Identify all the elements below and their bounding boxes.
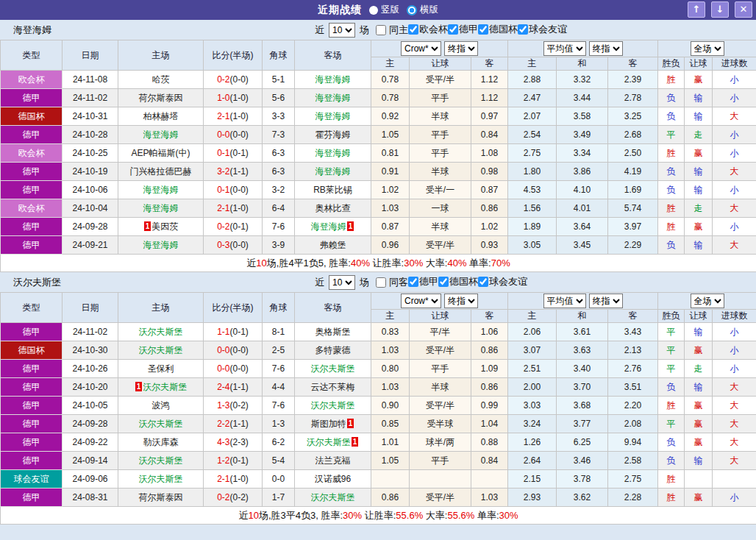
recent-count-select[interactable]: 10 bbox=[329, 275, 355, 290]
type-badge: 德甲 bbox=[1, 360, 63, 378]
league-checkbox[interactable] bbox=[448, 24, 458, 35]
team-name-text: 弗赖堡 bbox=[320, 240, 346, 250]
result-goals: 小 bbox=[713, 71, 756, 89]
table-row: 德甲24-09-14沃尔夫斯堡1-2(0-1)5-4法兰克福1.05平手0.84… bbox=[1, 452, 756, 470]
odds-home: 1.01 bbox=[371, 433, 410, 452]
league-filter[interactable]: 德甲 bbox=[448, 23, 478, 36]
league-filter[interactable]: 球会友谊 bbox=[478, 275, 527, 288]
table-row: 德甲24-09-22勒沃库森4-3(2-3)6-2沃尔夫斯堡11.01球半/两0… bbox=[1, 433, 756, 452]
home-team: 海登海姆 bbox=[118, 181, 204, 199]
avg-home: 2.06 bbox=[508, 323, 557, 341]
type-badge: 德甲 bbox=[1, 452, 63, 470]
avg-home: 2.88 bbox=[508, 71, 557, 89]
avg-away: 3.25 bbox=[608, 107, 658, 126]
same-venue-checkbox[interactable] bbox=[376, 277, 386, 288]
score-cell: 0-0(0-0) bbox=[204, 360, 263, 378]
league-checkbox[interactable] bbox=[518, 24, 528, 35]
away-team: 沃尔夫斯堡 bbox=[295, 360, 371, 378]
avg-final-select[interactable]: 终指 bbox=[589, 41, 623, 56]
summary-segment: 让胜率: bbox=[362, 510, 396, 521]
avg-final-select[interactable]: 终指 bbox=[589, 294, 623, 308]
handicap-line: 受平/半 bbox=[410, 397, 471, 415]
same-venue-checkbox[interactable] bbox=[376, 25, 386, 35]
score-fulltime: 0-2 bbox=[217, 221, 229, 232]
summary-segment: 单率: bbox=[474, 510, 499, 521]
team-section: 沃尔夫斯堡 近 10 场 同客 德甲德国杯球会友谊 类型 bbox=[0, 272, 756, 525]
bookmaker-select[interactable]: Crow* bbox=[401, 41, 441, 56]
league-filter[interactable]: 德甲 bbox=[408, 275, 438, 288]
league-checkbox[interactable] bbox=[408, 24, 418, 35]
col-header-avg-home: 主 bbox=[508, 310, 557, 323]
radio-icon[interactable] bbox=[369, 6, 378, 15]
team-name-text: 波鸿 bbox=[152, 400, 170, 411]
move-up-button[interactable]: ↑ bbox=[688, 1, 705, 18]
col-header-away: 客场 bbox=[295, 40, 371, 71]
league-label: 欧会杯 bbox=[419, 23, 448, 36]
away-team: 沃尔夫斯堡 bbox=[295, 397, 371, 415]
layout-radio-vertical[interactable]: 竖版 bbox=[369, 4, 399, 16]
home-team: 圣保利 bbox=[118, 360, 204, 378]
summary-segment: 大率: bbox=[423, 510, 447, 521]
odds-home: 0.81 bbox=[371, 144, 410, 163]
score-fulltime: 0-1 bbox=[217, 185, 229, 195]
match-date: 24-11-02 bbox=[63, 89, 118, 107]
result-handicap: 走 bbox=[685, 199, 713, 218]
move-down-button[interactable]: ↓ bbox=[711, 1, 729, 18]
col-header-home: 主场 bbox=[118, 40, 204, 71]
summary-segment: 10 bbox=[256, 257, 266, 269]
layout-radio-horizontal[interactable]: 横版 bbox=[407, 4, 438, 16]
score-halftime: (0-0) bbox=[230, 345, 249, 355]
team-name-text: 沃尔夫斯堡 bbox=[139, 419, 183, 429]
table-row: 欧会杯24-11-08哈茨0-2(0-0)5-1海登海姆0.78受平/半1.12… bbox=[1, 71, 756, 89]
type-badge: 德甲 bbox=[1, 433, 63, 452]
result-handicap: 输 bbox=[685, 452, 713, 470]
col-header-odds-home: 主 bbox=[371, 57, 410, 71]
league-checkbox[interactable] bbox=[438, 277, 449, 287]
average-select[interactable]: 平均值 bbox=[543, 294, 586, 308]
bookmaker-select[interactable]: Crow* bbox=[401, 294, 441, 308]
avg-away: 1.69 bbox=[608, 181, 658, 199]
avg-away: 3.97 bbox=[608, 218, 658, 236]
col-header-result-goals: 进球数 bbox=[713, 57, 756, 71]
fulltime-select[interactable]: 全场 bbox=[691, 41, 724, 56]
avg-draw: 3.63 bbox=[557, 341, 608, 360]
same-venue-filter[interactable]: 同主 bbox=[371, 24, 408, 37]
fulltime-select[interactable]: 全场 bbox=[691, 294, 724, 308]
final-odds-select[interactable]: 终指 bbox=[444, 41, 478, 56]
odds-away: 1.02 bbox=[471, 218, 508, 236]
odds-home: 0.78 bbox=[371, 89, 410, 107]
odds-away: 0.87 bbox=[471, 181, 508, 199]
summary-segment: 近 bbox=[238, 510, 248, 521]
league-filter[interactable]: 德国杯 bbox=[438, 275, 478, 288]
league-filter[interactable]: 欧会杯 bbox=[408, 23, 448, 36]
corner-score: 7-6 bbox=[263, 218, 295, 236]
result-handicap: 赢 bbox=[685, 415, 713, 433]
radio-checked-icon[interactable] bbox=[407, 5, 417, 15]
match-date: 24-10-30 bbox=[63, 341, 118, 360]
league-checkbox[interactable] bbox=[408, 277, 418, 287]
team-name-text: 沃尔夫斯堡 bbox=[311, 363, 355, 374]
avg-draw: 3.70 bbox=[557, 378, 608, 397]
odds-away: 0.99 bbox=[471, 397, 508, 415]
titlebar-buttons: ↑ ↓ ✕ bbox=[688, 1, 752, 18]
score-halftime: (0-1) bbox=[230, 327, 249, 337]
home-team: 荷尔斯泰因 bbox=[118, 489, 204, 507]
close-button[interactable]: ✕ bbox=[735, 1, 752, 18]
same-venue-filter[interactable]: 同客 bbox=[371, 276, 408, 289]
odds-away: 0.84 bbox=[471, 126, 508, 144]
league-checkbox[interactable] bbox=[478, 24, 488, 35]
radio-label-text: 横版 bbox=[420, 4, 438, 16]
summary-segment: 55.6% bbox=[447, 510, 474, 521]
home-team: 波鸿 bbox=[118, 397, 204, 415]
odds-away: 1.03 bbox=[471, 489, 508, 507]
average-select[interactable]: 平均值 bbox=[543, 41, 586, 56]
league-filter[interactable]: 球会友谊 bbox=[518, 23, 567, 36]
result-handicap: 输 bbox=[685, 181, 713, 199]
result-goals: 大 bbox=[713, 415, 756, 433]
league-filter[interactable]: 德国杯 bbox=[478, 23, 518, 36]
summary-segment: 单率: bbox=[466, 257, 491, 269]
recent-count-select[interactable]: 10 bbox=[329, 23, 355, 38]
league-checkbox[interactable] bbox=[478, 277, 488, 287]
summary-segment: 场,胜4平1负5, 胜率: bbox=[267, 257, 351, 269]
final-odds-select[interactable]: 终指 bbox=[444, 294, 478, 308]
